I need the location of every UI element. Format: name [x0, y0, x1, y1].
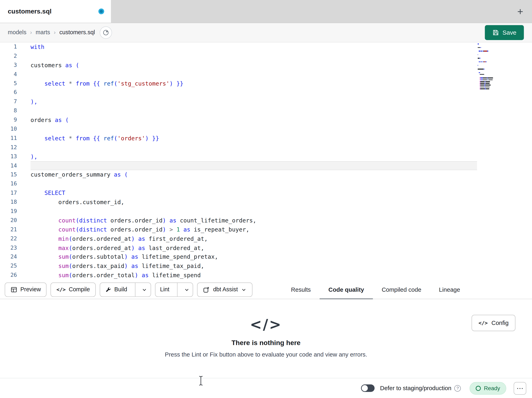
chevron-down-icon [142, 287, 147, 293]
build-dropdown-button[interactable] [138, 283, 151, 296]
line-number: 6 [0, 88, 17, 97]
compile-button[interactable]: </> Compile [51, 283, 95, 297]
code-line[interactable]: 17 SELECT [0, 189, 532, 198]
tab-results[interactable]: Results [282, 281, 320, 299]
code-line[interactable]: 3customers as ( [0, 61, 532, 70]
code-text: sum(orders.tax_paid) as lifetime_tax_pai… [31, 262, 477, 271]
code-line[interactable]: 20 count(distinct orders.order_id) as co… [0, 216, 532, 225]
code-line[interactable]: 4 [0, 70, 532, 79]
code-text: select * from {{ ref('orders') }} [31, 134, 477, 143]
code-line[interactable]: 13), [0, 152, 532, 161]
model-node-icon [102, 29, 109, 36]
preview-button[interactable]: Preview [5, 283, 47, 297]
code-editor[interactable]: 1with23customers as (45 select * from {{… [0, 42, 532, 281]
breadcrumb-item-models[interactable]: models [8, 29, 26, 36]
line-number: 15 [0, 170, 17, 179]
lint-button[interactable]: Lint [155, 283, 174, 296]
code-line[interactable]: 24 sum(orders.subtotal) as lifetime_spen… [0, 252, 532, 261]
code-line[interactable]: 11 select * from {{ ref('orders') }} [0, 134, 532, 143]
preview-button-label: Preview [20, 286, 41, 293]
compile-button-label: Compile [69, 286, 90, 293]
help-icon[interactable]: ? [454, 385, 461, 391]
tab-compiled-code[interactable]: Compiled code [373, 281, 430, 299]
code-text: ), [31, 152, 477, 161]
breadcrumb-item-file[interactable]: customers.sql [59, 29, 95, 36]
chevron-down-icon [184, 287, 190, 293]
dbt-assist-button[interactable]: dbt Assist [197, 283, 253, 297]
save-button[interactable]: Save [485, 25, 524, 40]
table-grid-icon [10, 286, 17, 293]
code-brackets-icon: </> [0, 316, 532, 333]
defer-toggle[interactable] [361, 385, 374, 392]
code-line[interactable]: 1with [0, 42, 532, 52]
overflow-menu-button[interactable]: ⋯ [514, 382, 526, 394]
build-split-button: Build [100, 283, 151, 297]
line-number: 21 [0, 225, 17, 234]
minimap[interactable] [478, 44, 509, 90]
save-button-label: Save [502, 29, 516, 36]
lint-button-label: Lint [160, 286, 169, 293]
code-line[interactable]: 23 max(orders.ordered_at) as last_ordere… [0, 243, 532, 252]
new-tab-button[interactable]: + [516, 6, 525, 17]
code-text [31, 179, 477, 189]
code-text: customer_orders_summary as ( [31, 170, 477, 179]
code-text: orders.customer_id, [31, 198, 477, 207]
line-number: 23 [0, 243, 17, 252]
line-number: 2 [0, 52, 17, 61]
empty-state: </> There is nothing here Press the Lint… [0, 316, 532, 358]
sparkle-square-icon [203, 286, 210, 293]
code-text [31, 143, 477, 152]
build-button-label: Build [114, 286, 127, 293]
code-text [31, 207, 477, 216]
model-node-icon-button[interactable] [100, 26, 112, 39]
code-line[interactable]: 10 [0, 125, 532, 134]
line-number: 14 [0, 161, 17, 170]
breadcrumb: models › marts › customers.sql [8, 29, 95, 36]
tab-code-quality[interactable]: Code quality [320, 281, 373, 299]
code-text [31, 161, 477, 170]
empty-state-title: There is nothing here [0, 339, 532, 347]
line-number: 24 [0, 252, 17, 261]
code-text: sum(orders.order_total) as lifetime_spen… [31, 271, 477, 280]
line-number: 12 [0, 143, 17, 152]
code-text: max(orders.ordered_at) as last_ordered_a… [31, 243, 477, 252]
tab-label: customers.sql [8, 8, 51, 15]
code-text: sum(orders.subtotal) as lifetime_spend_p… [31, 252, 477, 261]
code-line[interactable]: 14 [0, 161, 532, 170]
lint-dropdown-button[interactable] [181, 283, 193, 296]
code-line[interactable]: 2 [0, 52, 532, 61]
line-number: 9 [0, 116, 17, 125]
code-line[interactable]: 16 [0, 179, 532, 189]
code-quality-panel: </> Config </> There is nothing here Pre… [0, 299, 532, 378]
code-line[interactable]: 19 [0, 207, 532, 216]
line-number: 13 [0, 152, 17, 161]
code-text: orders as ( [31, 116, 477, 125]
breadcrumb-item-marts[interactable]: marts [36, 29, 50, 36]
code-line[interactable]: 6 [0, 88, 532, 97]
tab-customers-sql[interactable]: customers.sql [0, 0, 111, 23]
button-divider [177, 283, 177, 296]
lint-split-button: Lint [155, 283, 193, 297]
code-line[interactable]: 22 min(orders.ordered_at) as first_order… [0, 234, 532, 243]
empty-state-subtitle: Press the Lint or Fix button above to ev… [0, 351, 532, 358]
code-line[interactable]: 9orders as ( [0, 116, 532, 125]
code-text [31, 70, 477, 79]
line-number: 11 [0, 134, 17, 143]
code-line[interactable]: 25 sum(orders.tax_paid) as lifetime_tax_… [0, 262, 532, 271]
line-number: 26 [0, 271, 17, 280]
build-button[interactable]: Build [100, 283, 132, 296]
line-number: 25 [0, 262, 17, 271]
tab-lineage[interactable]: Lineage [430, 281, 469, 299]
code-line[interactable]: 12 [0, 143, 532, 152]
status-bar-right: Defer to staging/production ? Ready ⋯ [361, 382, 526, 394]
code-line[interactable]: 18 orders.customer_id, [0, 198, 532, 207]
code-line[interactable]: 21 count(distinct orders.order_id) > 1 a… [0, 225, 532, 234]
breadcrumb-separator-icon: › [54, 30, 56, 36]
code-line[interactable]: 15customer_orders_summary as ( [0, 170, 532, 179]
code-text [31, 52, 477, 61]
code-line[interactable]: 7), [0, 97, 532, 106]
code-line[interactable]: 8 [0, 106, 532, 115]
ready-status-badge[interactable]: Ready [470, 382, 506, 394]
code-line[interactable]: 5 select * from {{ ref('stg_customers') … [0, 79, 532, 88]
code-line[interactable]: 26 sum(orders.order_total) as lifetime_s… [0, 271, 532, 280]
